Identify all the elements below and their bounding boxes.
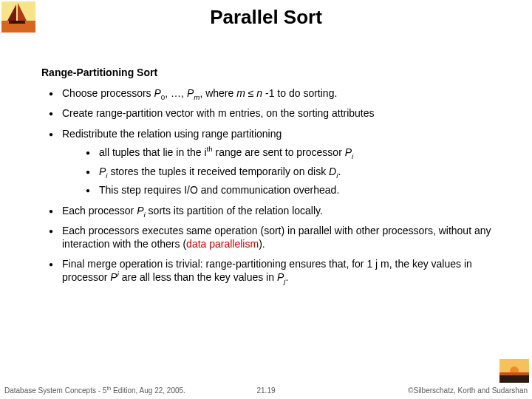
- list-item: This step requires I/O and communication…: [86, 184, 502, 197]
- list-item: Pi stores the tuples it received tempora…: [86, 166, 502, 179]
- list-item: Each processor Pi sorts its partition of…: [49, 205, 502, 218]
- list-item: Choose processors P0, …, Pm, where m ≤ n…: [49, 87, 502, 100]
- list-item: all tuples that lie in the ith range are…: [86, 146, 502, 160]
- sub-bullet-list: all tuples that lie in the ith range are…: [62, 146, 502, 197]
- list-item: Final merge operation is trivial: range-…: [49, 258, 502, 284]
- svg-rect-7: [499, 372, 529, 375]
- emphasis-text: data parallelism: [186, 238, 259, 250]
- subheading: Range-Partitioning Sort: [41, 66, 502, 80]
- footer-right: ©Silberschatz, Korth and Sudarshan: [408, 386, 528, 395]
- sunset-icon: [499, 359, 529, 383]
- slide: Parallel Sort Range-Partitioning Sort Ch…: [0, 0, 532, 399]
- list-item: Each processors executes same operation …: [49, 225, 502, 250]
- slide-body: Range-Partitioning Sort Choose processor…: [44, 66, 502, 291]
- list-item: Create range-partition vector with m ent…: [49, 107, 502, 120]
- bullet-list: Choose processors P0, …, Pm, where m ≤ n…: [44, 87, 502, 284]
- list-item: Redistribute the relation using range pa…: [49, 128, 502, 197]
- slide-title: Parallel Sort: [0, 6, 532, 29]
